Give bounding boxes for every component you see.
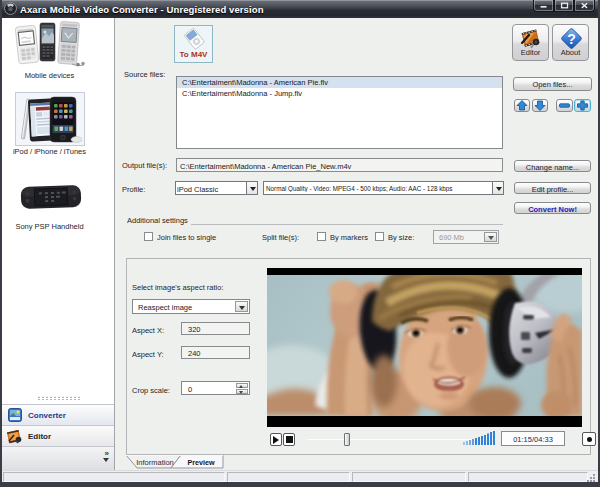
svg-text:Information: Information	[136, 458, 174, 467]
svg-text:Preview: Preview	[187, 458, 215, 467]
svg-text:?: ?	[567, 31, 576, 47]
